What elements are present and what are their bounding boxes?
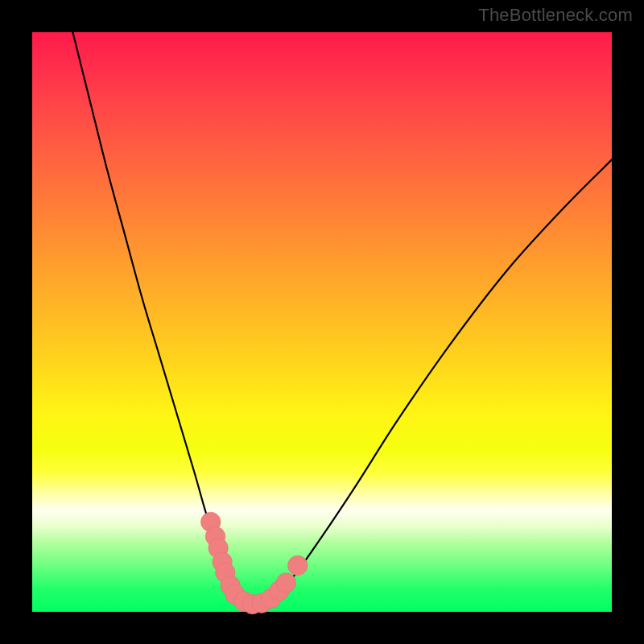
data-marker	[276, 573, 295, 592]
chart-svg	[32, 32, 612, 612]
watermark-text: TheBottleneck.com	[478, 5, 633, 26]
chart-frame: TheBottleneck.com	[0, 0, 644, 644]
plot-area	[32, 32, 612, 612]
bottleneck-curve	[72, 32, 612, 606]
data-marker	[288, 555, 308, 575]
marker-layer	[201, 512, 308, 614]
